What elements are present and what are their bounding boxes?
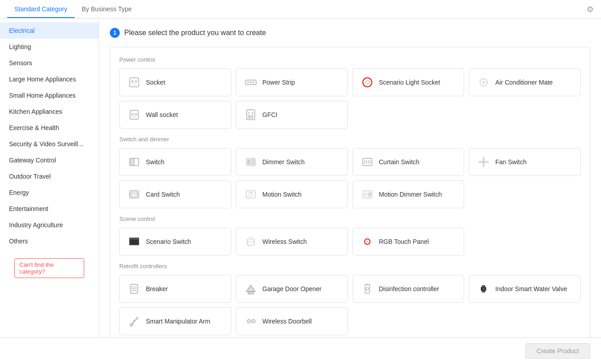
sidebar-item-large-home-appliances[interactable]: Large Home Appliances: [0, 71, 99, 87]
main-layout: ElectricalLightingSensorsLarge Home Appl…: [0, 19, 601, 337]
product-card-wireless-switch[interactable]: Wireless Switch: [236, 228, 348, 256]
product-name: Power Strip: [262, 79, 295, 86]
svg-point-45: [364, 193, 367, 196]
product-card-socket[interactable]: Socket: [119, 68, 231, 96]
product-card-motion-switch[interactable]: Motion Switch: [236, 180, 348, 208]
product-name: Socket: [146, 79, 165, 86]
sidebar-item-sensors[interactable]: Sensors: [0, 55, 99, 71]
product-card-disinfection-controller[interactable]: Disinfection controller: [352, 275, 465, 303]
scenario-light-socket-icon: [360, 75, 375, 90]
svg-point-8: [363, 78, 372, 87]
sidebar-item-electrical[interactable]: Electrical: [0, 22, 99, 39]
svg-point-1: [131, 81, 133, 82]
product-card-breaker[interactable]: Breaker: [119, 275, 231, 303]
product-card-scenario-switch[interactable]: Scenario Switch: [119, 228, 231, 256]
sidebar-item-energy[interactable]: Energy: [0, 184, 99, 201]
product-card-wall-socket[interactable]: Wall socket: [119, 101, 231, 129]
sidebar-item-others[interactable]: Others: [0, 233, 99, 249]
svg-point-9: [366, 81, 369, 84]
svg-rect-29: [363, 158, 372, 166]
power-strip-icon: [244, 75, 258, 90]
product-card-garage-door-opener[interactable]: Garage Door Opener: [236, 275, 348, 303]
ac-mate-icon: [476, 75, 491, 90]
product-name: Wall socket: [146, 111, 178, 118]
cant-find-category[interactable]: Can't find the category?: [14, 258, 84, 278]
svg-point-16: [135, 113, 137, 115]
product-name: Card Switch: [146, 191, 180, 198]
garage-door-icon: [244, 282, 258, 296]
product-card-indoor-smart-water-valve[interactable]: Indoor Smart Water Valve: [469, 275, 581, 303]
sidebar-item-entertainment[interactable]: Entertainment: [0, 201, 99, 217]
product-card-air-conditioner-mate[interactable]: Air Conditioner Mate: [469, 68, 581, 96]
svg-rect-28: [251, 159, 254, 165]
sidebar-item-small-home-appliances[interactable]: Small Home Appliances: [0, 87, 99, 103]
product-card-rgb-touch-panel[interactable]: RGB Touch Panel: [352, 228, 465, 256]
sidebar-item-exercise--health[interactable]: Exercise & Health: [0, 120, 99, 136]
svg-rect-48: [130, 240, 138, 244]
svg-rect-22: [249, 117, 253, 118]
settings-icon[interactable]: ⚙: [587, 4, 594, 14]
svg-rect-49: [129, 238, 139, 239]
svg-point-11: [482, 81, 485, 84]
sidebar-item-outdoor-travel[interactable]: Outdoor Travel: [0, 168, 99, 184]
svg-point-7: [253, 82, 254, 83]
svg-rect-42: [246, 191, 255, 198]
top-tabs-bar: Standard Category By Business Type ⚙: [0, 0, 601, 19]
product-card-wireless-doorbell[interactable]: Wireless Doorbell: [236, 307, 348, 335]
product-name: Curtain Switch: [379, 158, 420, 166]
disinfection-icon: [360, 282, 375, 296]
product-card-curtain-switch[interactable]: Curtain Switch: [352, 148, 465, 176]
product-card-motion-dimmer-switch[interactable]: Motion Dimmer Switch: [352, 180, 465, 208]
svg-point-6: [250, 82, 251, 83]
wall-socket-icon: [127, 108, 141, 122]
product-name: Disinfection controller: [379, 285, 439, 292]
product-name: Fan Switch: [495, 158, 526, 166]
fan-switch-icon: [476, 155, 491, 169]
svg-rect-25: [130, 159, 134, 165]
doorbell-icon: [244, 314, 258, 328]
svg-rect-46: [368, 193, 371, 196]
sidebar-item-security--video-surveill[interactable]: Security & Video Surveill...: [0, 136, 99, 152]
content-area: 1 Please select the product you want to …: [99, 19, 601, 337]
socket-icon: [127, 75, 141, 90]
product-name: Motion Dimmer Switch: [379, 191, 442, 198]
manipulator-icon: [127, 314, 141, 328]
bottom-bar: Create Product: [0, 337, 601, 364]
dimmer-switch-icon: [244, 155, 258, 169]
svg-point-15: [131, 113, 133, 115]
section-label-1: Switch and dimmer: [119, 136, 581, 143]
product-card-card-switch[interactable]: Card Switch: [119, 180, 231, 208]
product-card-scenario-light-socket[interactable]: Scenario Light Socket: [352, 68, 465, 96]
product-name: Garage Door Opener: [262, 285, 322, 292]
product-name: RGB Touch Panel: [379, 238, 429, 245]
create-product-button[interactable]: Create Product: [525, 343, 590, 359]
content-header: 1 Please select the product you want to …: [110, 28, 590, 38]
tab-by-business-type[interactable]: By Business Type: [75, 1, 139, 18]
product-card-smart-manipulator-arm[interactable]: Smart Manipulator Arm: [119, 307, 231, 335]
card-switch-icon: [127, 187, 141, 202]
switch-icon: [127, 155, 141, 169]
product-card-power-strip[interactable]: Power Strip: [236, 68, 348, 96]
product-name: Scenario Light Socket: [379, 79, 440, 86]
sidebar-item-kitchen-appliances[interactable]: Kitchen Appliances: [0, 103, 99, 120]
product-card-switch[interactable]: Switch: [119, 148, 231, 176]
curtain-switch-icon: [360, 155, 375, 169]
svg-point-2: [135, 81, 137, 82]
product-name: Dimmer Switch: [262, 158, 305, 166]
svg-point-37: [482, 163, 485, 167]
svg-rect-21: [249, 115, 253, 117]
product-card-gfci[interactable]: GFCI: [236, 101, 348, 129]
motion-switch-icon: [244, 187, 258, 202]
gfci-icon: [244, 108, 258, 122]
svg-rect-0: [130, 78, 139, 87]
section-label-2: Scene control: [119, 216, 581, 222]
product-name: Scenario Switch: [146, 238, 191, 245]
sidebar-item-industry-agriculture[interactable]: Industry Agriculture: [0, 217, 99, 233]
product-container: Power control Socket Power Strip Scenari…: [110, 47, 590, 337]
tab-standard-category[interactable]: Standard Category: [7, 1, 75, 18]
sidebar-item-gateway-control[interactable]: Gateway Control: [0, 152, 99, 168]
product-card-dimmer-switch[interactable]: Dimmer Switch: [236, 148, 348, 176]
sidebar-item-lighting[interactable]: Lighting: [0, 39, 99, 55]
product-name: Wireless Switch: [262, 238, 307, 245]
product-card-fan-switch[interactable]: Fan Switch: [469, 148, 581, 176]
